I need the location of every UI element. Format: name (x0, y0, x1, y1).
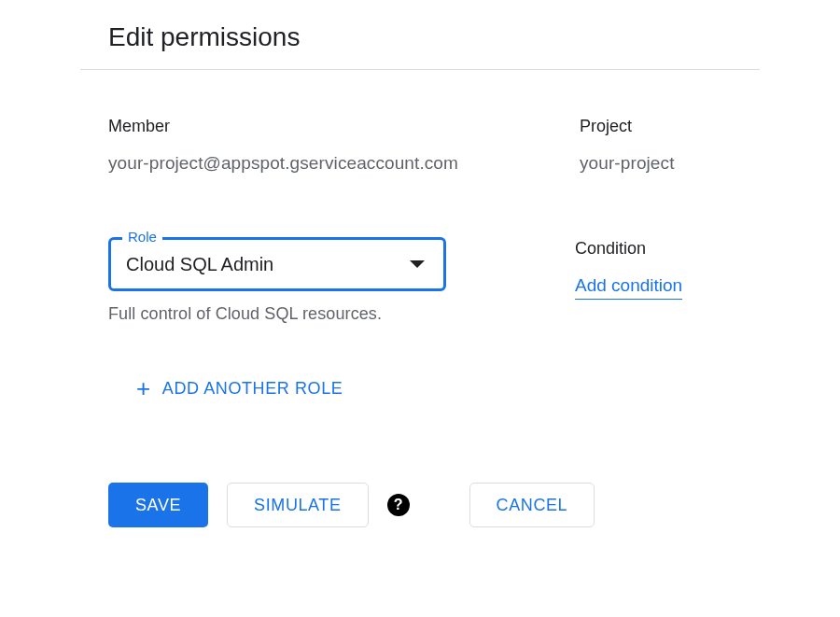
help-icon[interactable]: ? (387, 494, 410, 516)
cancel-button[interactable]: CANCEL (469, 483, 595, 527)
role-description: Full control of Cloud SQL resources. (108, 304, 575, 324)
action-buttons: SAVE SIMULATE ? CANCEL (108, 483, 756, 527)
role-row: Role Cloud SQL Admin Full control of Clo… (108, 237, 756, 324)
member-value: your-project@appspot.gserviceaccount.com (108, 153, 580, 174)
caret-down-icon (410, 260, 425, 268)
role-field-label: Role (122, 229, 162, 245)
project-column: Project your-project (580, 117, 675, 174)
project-value: your-project (580, 153, 675, 174)
plus-icon: + (136, 376, 151, 400)
add-condition-link[interactable]: Add condition (575, 275, 682, 300)
condition-column: Condition Add condition (575, 237, 682, 324)
role-column: Role Cloud SQL Admin Full control of Clo… (108, 237, 575, 324)
page-title: Edit permissions (108, 22, 756, 52)
member-label: Member (108, 117, 580, 136)
save-button[interactable]: SAVE (108, 483, 208, 527)
role-value: Cloud SQL Admin (126, 254, 273, 275)
condition-label: Condition (575, 239, 682, 259)
simulate-button[interactable]: SIMULATE (227, 483, 368, 527)
role-select[interactable]: Role Cloud SQL Admin (108, 237, 446, 291)
add-another-role-button[interactable]: + ADD ANOTHER ROLE (136, 376, 343, 400)
project-label: Project (580, 117, 675, 136)
divider (80, 69, 760, 70)
member-column: Member your-project@appspot.gserviceacco… (108, 117, 580, 174)
info-row: Member your-project@appspot.gserviceacco… (108, 117, 756, 174)
add-role-label: ADD ANOTHER ROLE (162, 379, 343, 399)
